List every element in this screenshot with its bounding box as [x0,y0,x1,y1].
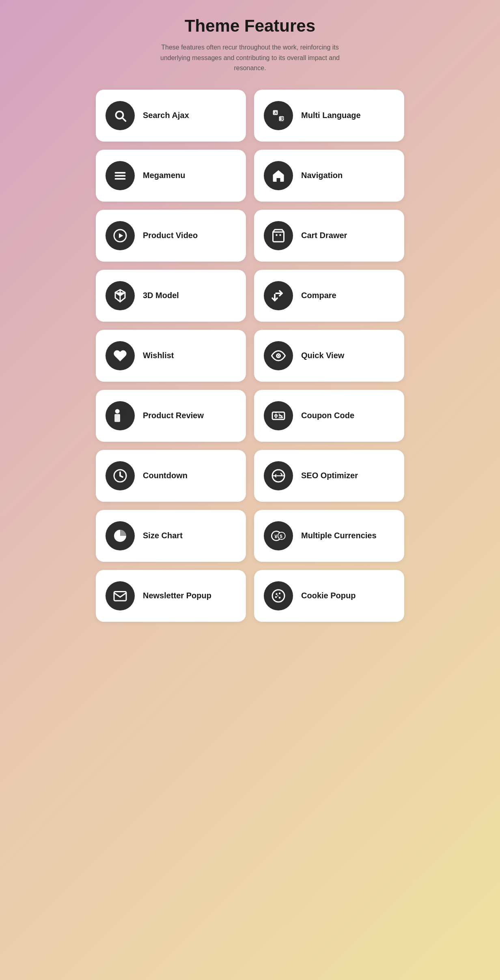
svg-text:¥: ¥ [274,533,278,539]
svg-rect-23 [114,591,126,601]
coupon-icon [264,401,293,430]
svg-point-29 [277,595,278,596]
svg-point-27 [275,596,277,598]
eye-icon [264,341,293,370]
feature-card-product-review: Product Review [96,390,246,442]
svg-text:$: $ [280,534,282,539]
feature-card-3d-model: 3D Model [96,270,246,322]
page-container: Theme Features These features often recu… [92,16,408,622]
feature-label-size-chart: Size Chart [143,531,183,540]
feature-card-size-chart: Size Chart [96,510,246,562]
feature-label-quick-view: Quick View [301,351,344,360]
email-icon [106,581,135,610]
feature-card-cookie-popup: Cookie Popup [254,570,404,622]
clock-icon [106,461,135,490]
feature-label-countdown: Countdown [143,471,188,480]
chart-icon [106,521,135,550]
feature-label-wishlist: Wishlist [143,351,174,360]
feature-card-compare: Compare [254,270,404,322]
page-title: Theme Features [100,16,400,36]
feature-card-multiple-currencies: ¥$Multiple Currencies [254,510,404,562]
svg-point-12 [278,355,280,357]
svg-point-9 [276,234,278,236]
currency-icon: ¥$ [264,521,293,550]
feature-label-search-ajax: Search Ajax [143,111,189,120]
review-icon [106,401,135,430]
feature-card-newsletter-popup: Newsletter Popup [96,570,246,622]
feature-label-navigation: Navigation [301,171,343,180]
play-icon [106,221,135,250]
page-header: Theme Features These features often recu… [92,16,408,73]
feature-card-cart-drawer: Cart Drawer [254,210,404,262]
svg-point-26 [279,593,281,595]
cookie-icon [264,581,293,610]
feature-label-3d-model: 3D Model [143,291,179,300]
feature-card-coupon-code: Coupon Code [254,390,404,442]
svg-point-28 [279,597,281,599]
feature-label-compare: Compare [301,291,336,300]
feature-card-product-video: Product Video [96,210,246,262]
svg-rect-6 [115,178,126,180]
feature-card-search-ajax: Search Ajax [96,90,246,142]
search-icon [106,101,135,130]
svg-rect-13 [114,414,120,422]
svg-rect-15 [272,412,284,419]
svg-rect-4 [115,172,126,174]
feature-label-multiple-currencies: Multiple Currencies [301,531,377,540]
feature-card-seo-optimizer: SEO Optimizer [254,450,404,502]
compare-icon [264,281,293,310]
seo-icon [264,461,293,490]
svg-point-10 [279,234,281,236]
cube-icon [106,281,135,310]
feature-label-multi-language: Multi Language [301,111,361,120]
feature-label-product-review: Product Review [143,411,204,420]
svg-point-25 [276,593,278,595]
feature-card-wishlist: Wishlist [96,330,246,382]
feature-label-product-video: Product Video [143,231,198,240]
svg-rect-5 [115,175,126,176]
svg-text:A: A [274,111,277,115]
svg-point-14 [115,409,120,413]
home-icon [264,161,293,190]
feature-label-cart-drawer: Cart Drawer [301,231,347,240]
page-subtitle: These features often recur throughout th… [149,42,351,73]
svg-text:文: 文 [280,117,284,121]
translate-icon: A文 [264,101,293,130]
feature-label-newsletter-popup: Newsletter Popup [143,591,211,600]
feature-label-coupon-code: Coupon Code [301,411,354,420]
feature-card-megamenu: Megamenu [96,150,246,202]
svg-marker-8 [119,233,123,238]
feature-label-seo-optimizer: SEO Optimizer [301,471,358,480]
feature-label-megamenu: Megamenu [143,171,185,180]
feature-card-multi-language: A文Multi Language [254,90,404,142]
feature-card-navigation: Navigation [254,150,404,202]
features-grid: Search AjaxA文Multi LanguageMegamenuNavig… [92,90,408,622]
feature-card-quick-view: Quick View [254,330,404,382]
heart-icon [106,341,135,370]
menu-icon [106,161,135,190]
feature-card-countdown: Countdown [96,450,246,502]
feature-label-cookie-popup: Cookie Popup [301,591,356,600]
cart-icon [264,221,293,250]
